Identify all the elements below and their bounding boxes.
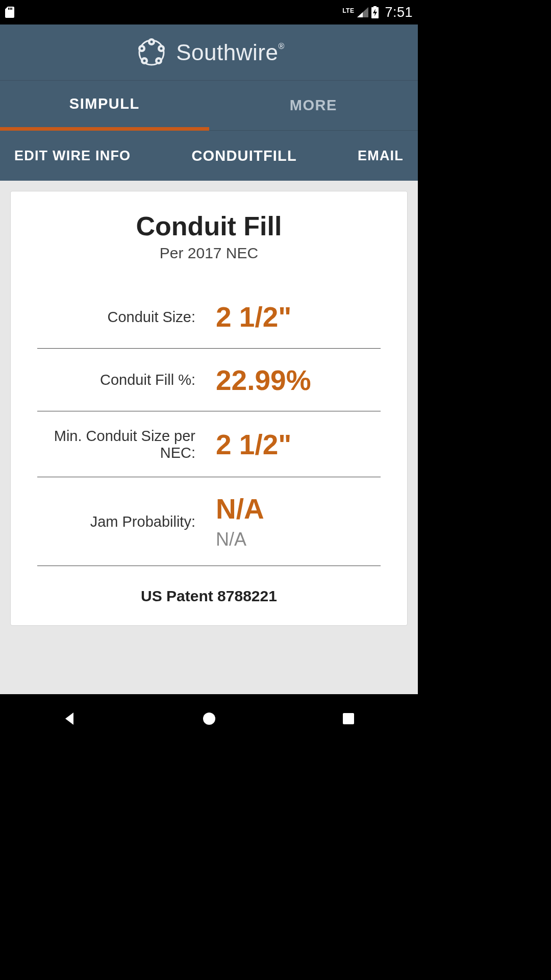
patent-label: US Patent 8788221 bbox=[37, 587, 381, 605]
svg-point-8 bbox=[158, 59, 160, 62]
content-area: Conduit Fill Per 2017 NEC Conduit Size: … bbox=[0, 181, 418, 694]
email-button[interactable]: EMAIL bbox=[358, 148, 404, 164]
recent-icon bbox=[342, 712, 355, 725]
svg-rect-12 bbox=[343, 713, 354, 724]
row-label: Jam Probability: bbox=[37, 513, 216, 530]
tab-simpull[interactable]: SIMPULL bbox=[0, 81, 209, 131]
svg-point-9 bbox=[143, 59, 146, 62]
app-header: Southwire® bbox=[0, 24, 418, 81]
row-conduit-size: Conduit Size: 2 1/2" bbox=[37, 285, 381, 349]
tab-bar: SIMPULL MORE bbox=[0, 81, 418, 131]
nav-recent-button[interactable] bbox=[318, 703, 379, 734]
card-title: Conduit Fill bbox=[37, 211, 381, 241]
conduitfill-label: CONDUITFILL bbox=[191, 148, 297, 164]
battery-charging-icon bbox=[371, 6, 379, 18]
tab-more[interactable]: MORE bbox=[209, 81, 418, 131]
edit-wire-info-button[interactable]: EDIT WIRE INFO bbox=[14, 148, 131, 164]
nav-home-button[interactable] bbox=[179, 703, 240, 734]
status-right: LTE 7:51 bbox=[342, 5, 413, 20]
action-bar: EDIT WIRE INFO CONDUITFILL EMAIL bbox=[0, 131, 418, 181]
row-label: Conduit Size: bbox=[37, 309, 216, 326]
svg-point-7 bbox=[160, 47, 163, 50]
result-card: Conduit Fill Per 2017 NEC Conduit Size: … bbox=[10, 191, 408, 626]
svg-point-11 bbox=[203, 713, 215, 725]
android-nav-bar bbox=[0, 694, 418, 743]
row-jam-probability: Jam Probability: N/A N/A bbox=[37, 477, 381, 566]
brand-logo-icon bbox=[133, 34, 170, 71]
brand: Southwire® bbox=[133, 34, 284, 71]
status-bar: LTE 7:51 bbox=[0, 0, 418, 24]
sd-card-icon bbox=[5, 7, 14, 18]
row-value: 2 1/2" bbox=[216, 302, 381, 333]
row-min-conduit-size: Min. Conduit Size per NEC: 2 1/2" bbox=[37, 411, 381, 477]
row-subvalue: N/A bbox=[216, 529, 381, 550]
row-label: Min. Conduit Size per NEC: bbox=[37, 428, 216, 461]
svg-point-6 bbox=[151, 40, 153, 43]
svg-point-10 bbox=[141, 47, 143, 50]
row-value: 22.99% bbox=[216, 365, 381, 396]
row-label: Conduit Fill %: bbox=[37, 372, 216, 388]
row-value: N/A bbox=[216, 494, 381, 525]
back-icon bbox=[62, 711, 78, 726]
nav-back-button[interactable] bbox=[39, 703, 101, 734]
network-label: LTE bbox=[342, 7, 354, 14]
status-left bbox=[5, 7, 14, 18]
card-subtitle: Per 2017 NEC bbox=[37, 244, 381, 262]
clock: 7:51 bbox=[385, 5, 413, 20]
home-icon bbox=[202, 712, 216, 726]
signal-icon bbox=[357, 7, 368, 17]
brand-name: Southwire® bbox=[176, 40, 284, 65]
row-value: 2 1/2" bbox=[216, 429, 381, 460]
row-fill-percent: Conduit Fill %: 22.99% bbox=[37, 349, 381, 412]
